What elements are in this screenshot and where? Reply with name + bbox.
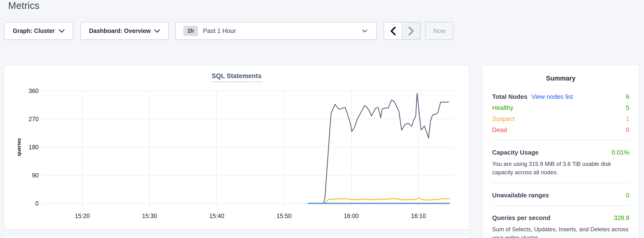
y-tick-label: 360 (28, 87, 39, 94)
unavailable-ranges-label: Unavailable ranges (492, 191, 549, 199)
summary-panel: Summary Total Nodes View nodes list 6 He… (482, 65, 639, 238)
next-chart-card (4, 235, 469, 238)
y-tick-label: 0 (35, 200, 39, 207)
unavailable-ranges-value: 0 (626, 191, 629, 199)
x-tick-label: 15:40 (209, 212, 224, 219)
unavailable-ranges-row: Unavailable ranges 0 (492, 191, 629, 199)
next-time-button[interactable] (402, 22, 420, 39)
metrics-page: Metrics Graph: Cluster Dashboard: Overvi… (0, 0, 644, 238)
chevron-down-icon (362, 29, 367, 33)
y-tick-label: 180 (28, 144, 39, 151)
x-tick-label: 15:20 (75, 212, 90, 219)
queries-per-second-value: 328.9 (614, 214, 629, 222)
chevron-left-icon (390, 27, 396, 35)
dead-value: 0 (626, 126, 629, 134)
prev-time-button[interactable] (384, 22, 402, 39)
chevron-down-icon (154, 29, 160, 33)
x-tick-label: 15:50 (276, 212, 292, 219)
series-navy-line (324, 93, 449, 203)
summary-title: Summary (492, 75, 629, 82)
y-tick-label: 90 (32, 172, 39, 179)
capacity-usage-value: 0.01% (612, 149, 629, 156)
view-nodes-list-link[interactable]: View nodes list (532, 93, 573, 100)
healthy-nodes-row: Healthy 5 (492, 104, 629, 111)
dead-nodes-row: Dead 0 (492, 126, 629, 134)
healthy-value: 5 (626, 104, 629, 111)
sql-statements-chart-card: SQL Statements 15:2015:3015:4015:5016:00… (4, 65, 469, 229)
divider (492, 140, 629, 140)
time-range-badge: 1h (183, 26, 198, 36)
page-title: Metrics (8, 0, 39, 11)
x-tick-label: 16:00 (344, 212, 359, 219)
total-nodes-value: 6 (626, 93, 629, 100)
healthy-label: Healthy (492, 104, 513, 111)
dashboard-dropdown[interactable]: Dashboard: Overview (80, 22, 169, 40)
total-nodes-label: Total Nodes (492, 93, 528, 100)
queries-per-second-row: Queries per second 328.9 (492, 214, 629, 222)
y-tick-label: 270 (28, 116, 39, 122)
dashboard-dropdown-label: Dashboard: Overview (89, 27, 151, 34)
dead-label: Dead (492, 126, 507, 134)
sql-statements-chart[interactable]: 15:2015:3015:4015:5016:0016:100901802703… (4, 65, 469, 230)
divider (492, 183, 629, 183)
capacity-usage-row: Capacity Usage 0.01% (492, 149, 629, 156)
time-range-dropdown[interactable]: 1h Past 1 Hour (176, 22, 377, 40)
graph-dropdown-label: Graph: Cluster (13, 27, 55, 34)
x-tick-label: 16:10 (411, 212, 426, 219)
capacity-usage-label: Capacity Usage (492, 149, 539, 156)
capacity-usage-description: You are using 315.9 MiB of 3.6 TiB usabl… (492, 160, 629, 176)
time-window-nav (384, 22, 420, 40)
divider (492, 205, 629, 206)
graph-dropdown[interactable]: Graph: Cluster (4, 22, 73, 40)
chevron-down-icon (59, 29, 64, 33)
queries-per-second-description: Sum of Selects, Updates, Inserts, and De… (492, 225, 629, 238)
suspect-label: Suspect (492, 115, 515, 123)
suspect-nodes-row: Suspect 1 (492, 115, 629, 123)
queries-per-second-label: Queries per second (492, 214, 550, 222)
x-tick-label: 15:30 (142, 212, 157, 219)
chevron-right-icon (408, 27, 414, 35)
time-range-value: Past 1 Hour (203, 27, 362, 35)
series-yellow-line (324, 198, 450, 203)
suspect-value: 1 (626, 115, 629, 123)
total-nodes-row: Total Nodes View nodes list 6 (492, 93, 629, 100)
y-axis-label: queries (16, 138, 22, 156)
now-button[interactable]: Now (425, 22, 454, 40)
